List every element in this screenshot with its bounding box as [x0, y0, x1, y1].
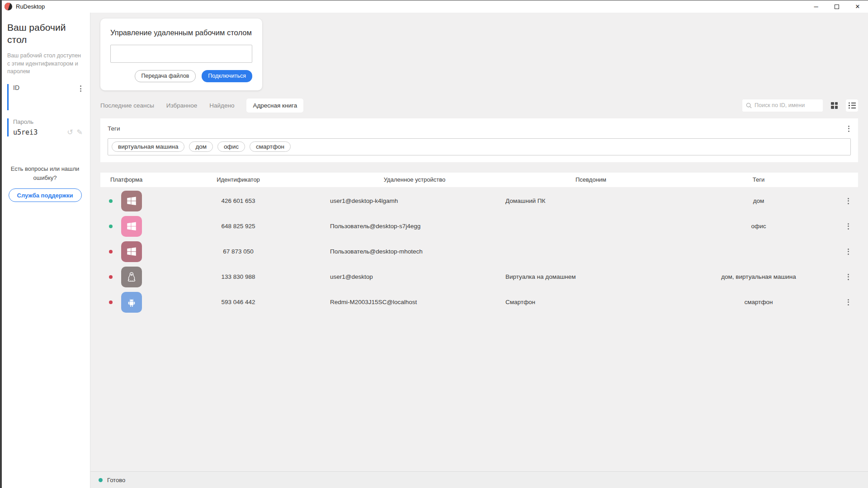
close-icon: ✕: [855, 3, 860, 10]
password-label: Пароль: [13, 118, 83, 125]
row-device: Пользователь@desktop-mhotech: [326, 248, 503, 255]
row-device: user1@desktop: [326, 273, 503, 280]
platform-icon: [121, 267, 142, 287]
table-row[interactable]: 648 825 925 Пользователь@desktop-s7j4egg…: [100, 214, 858, 239]
tags-label: Теги: [108, 125, 120, 132]
windows-icon: [126, 246, 137, 258]
status-bar: Готово: [90, 471, 868, 488]
row-alias: Смартфон: [503, 299, 679, 305]
table-row[interactable]: 133 830 988 user1@desktop Виртуалка на д…: [100, 264, 858, 290]
tab-favorites[interactable]: Избранное: [166, 99, 197, 113]
remote-id-input[interactable]: [110, 45, 252, 63]
search-icon: [746, 103, 752, 108]
help-text: Есть вопросы или нашли ошибку?: [7, 164, 83, 182]
id-menu-button[interactable]: [79, 84, 83, 93]
tabs: Последние сеансыИзбранноеНайденоАдресная…: [100, 99, 303, 113]
row-id: 426 601 653: [150, 197, 326, 204]
row-menu-button[interactable]: [846, 197, 850, 206]
row-id: 67 873 050: [150, 248, 326, 255]
row-tags: офис: [679, 223, 838, 230]
row-menu-button[interactable]: [846, 298, 850, 307]
row-device: Пользователь@desktop-s7j4egg: [326, 223, 503, 230]
row-alias: Виртуалка на домашнем: [503, 273, 679, 280]
table-row[interactable]: 67 873 050 Пользователь@desktop-mhotech: [100, 239, 858, 264]
list-view-icon: [849, 103, 856, 108]
search-group: [742, 99, 858, 112]
row-menu-button[interactable]: [846, 272, 850, 282]
address-book-table: 426 601 653 user1@desktop-k4lgamh Домашн…: [100, 188, 858, 315]
restore-icon: [835, 5, 839, 9]
connect-card-title: Управление удаленным рабочим столом: [110, 28, 252, 38]
platform-icon: [121, 241, 142, 262]
status-dot: [109, 250, 113, 253]
row-menu-button[interactable]: [846, 222, 850, 231]
status-ready-icon: [99, 478, 103, 482]
close-button[interactable]: ✕: [847, 0, 868, 13]
platform-icon: [121, 191, 142, 211]
search-input[interactable]: [755, 102, 819, 108]
row-menu-button[interactable]: [846, 247, 850, 256]
tag-chip[interactable]: смартфон: [250, 141, 291, 152]
status-text: Готово: [107, 477, 125, 483]
connect-button[interactable]: Подключиться: [202, 70, 252, 82]
tags-menu-button[interactable]: [847, 124, 851, 133]
row-alias: Домашний ПК: [503, 197, 679, 204]
list-view-button[interactable]: [846, 99, 858, 112]
column-header-alias: Псевдоним: [503, 176, 679, 183]
android-icon: [126, 296, 137, 308]
row-tags: дом: [679, 197, 838, 204]
platform-icon: [121, 216, 142, 237]
row-tags: дом, виртуальная машина: [679, 273, 838, 280]
linux-icon: [125, 271, 138, 283]
grid-view-button[interactable]: [828, 99, 840, 112]
tab-found[interactable]: Найдено: [209, 99, 234, 113]
windows-icon: [126, 195, 137, 207]
row-id: 648 825 925: [150, 223, 326, 230]
table-header: Платформа Идентификатор Удаленное устрой…: [100, 173, 858, 187]
sidebar-subtitle: Ваш рабочий стол доступен с этим идентиф…: [7, 52, 83, 76]
tab-recent[interactable]: Последние сеансы: [100, 99, 154, 113]
grid-view-icon: [831, 102, 838, 109]
id-label: ID: [13, 84, 83, 91]
sidebar-title: Ваш рабочий стол: [7, 22, 83, 46]
row-id: 133 830 988: [150, 273, 326, 280]
tags-box: виртуальная машинадомофиссмартфон: [108, 138, 851, 155]
column-header-device: Удаленное устройство: [326, 176, 503, 183]
status-dot: [109, 300, 113, 304]
row-id: 593 046 442: [150, 299, 326, 305]
tab-address-book[interactable]: Адресная книга: [246, 99, 303, 113]
main-area: Управление удаленным рабочим столом Пере…: [90, 13, 868, 488]
password-value: u5rei3: [13, 128, 67, 136]
sidebar: Ваш рабочий стол Ваш рабочий стол доступ…: [0, 13, 90, 488]
row-tags: смартфон: [679, 299, 838, 305]
row-device: user1@desktop-k4lgamh: [326, 197, 503, 204]
tabs-row: Последние сеансыИзбранноеНайденоАдресная…: [100, 99, 858, 113]
table-row[interactable]: 426 601 653 user1@desktop-k4lgamh Домашн…: [100, 188, 858, 214]
minimize-button[interactable]: ─: [806, 0, 826, 13]
rudesktop-logo-icon: [5, 3, 12, 10]
table-row[interactable]: 593 046 442 Redmi-M2003J15SC@localhost С…: [100, 290, 858, 315]
edit-password-icon[interactable]: ✎: [77, 128, 83, 136]
tag-chip[interactable]: дом: [189, 141, 213, 152]
status-dot: [109, 275, 113, 279]
tags-panel: Теги виртуальная машинадомофиссмартфон: [100, 118, 858, 162]
connect-card: Управление удаленным рабочим столом Пере…: [100, 19, 262, 90]
column-header-tags: Теги: [679, 176, 838, 183]
minimize-icon: ─: [814, 3, 818, 10]
restore-button[interactable]: [826, 0, 847, 13]
password-block: Пароль u5rei3 ↺ ✎: [7, 118, 83, 136]
refresh-password-icon[interactable]: ↺: [67, 128, 73, 136]
tag-chip[interactable]: офис: [217, 141, 245, 152]
file-transfer-button[interactable]: Передача файлов: [135, 70, 196, 82]
id-block: ID: [7, 84, 83, 110]
status-dot: [109, 199, 113, 203]
windows-icon: [126, 221, 137, 232]
platform-icon: [121, 292, 142, 313]
tag-chip[interactable]: виртуальная машина: [112, 141, 184, 152]
column-header-id: Идентификатор: [150, 176, 326, 183]
window-controls: ─ ✕: [806, 0, 868, 13]
support-button[interactable]: Служба поддержки: [9, 188, 82, 202]
titlebar: RuDesktop ─ ✕: [0, 0, 868, 13]
status-dot: [109, 225, 113, 228]
column-header-platform: Платформа: [100, 176, 150, 183]
